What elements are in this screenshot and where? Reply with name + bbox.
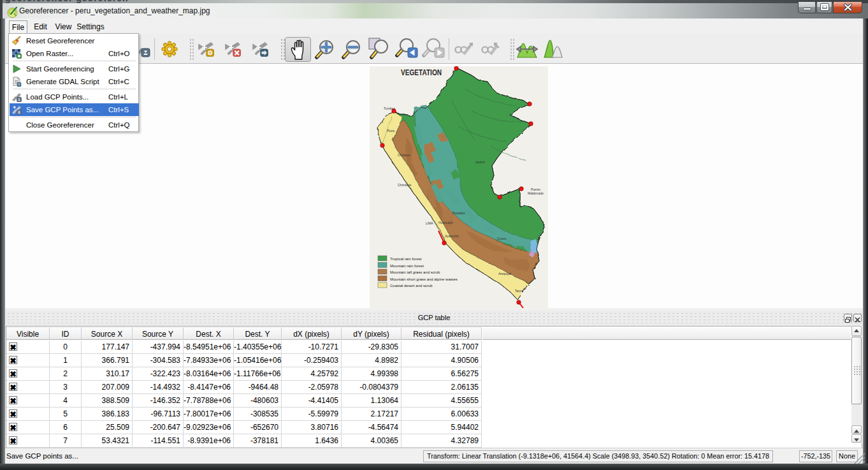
svg-text:Piura: Piura <box>387 129 394 133</box>
svg-text:Chimbote: Chimbote <box>398 183 412 187</box>
svg-text:Mountain rain forest: Mountain rain forest <box>390 264 424 268</box>
svg-text:Mountain tall grass and scrub: Mountain tall grass and scrub <box>390 270 440 274</box>
svg-text:Cusco: Cusco <box>497 237 506 240</box>
svg-text:Ayacucho: Ayacucho <box>445 234 459 238</box>
svg-text:LIMA: LIMA <box>426 221 433 225</box>
svg-text:Tropical rain forest: Tropical rain forest <box>390 257 422 261</box>
svg-text:Tacna: Tacna <box>515 289 524 293</box>
svg-text:Iquitos: Iquitos <box>475 160 485 164</box>
svg-text:Mountain short grass and alpin: Mountain short grass and alpine wastes <box>390 277 458 281</box>
svg-text:VEGETATION: VEGETATION <box>401 68 442 77</box>
svg-text:Coastal desert and scrub: Coastal desert and scrub <box>390 284 433 288</box>
svg-text:Arequipa: Arequipa <box>498 272 511 275</box>
svg-text:Pucallpa: Pucallpa <box>452 211 465 215</box>
svg-text:Huancayo: Huancayo <box>438 221 453 224</box>
svg-text:Maldonado: Maldonado <box>528 191 544 195</box>
svg-text:Chiclayo: Chiclayo <box>398 153 410 157</box>
